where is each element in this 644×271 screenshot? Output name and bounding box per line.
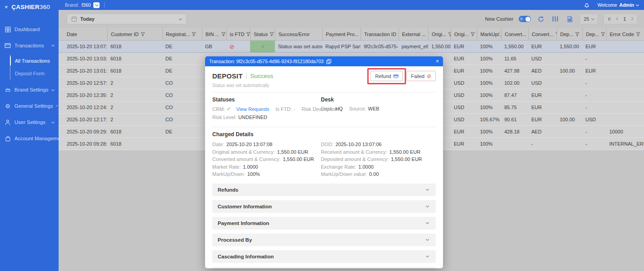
dashboard-grid-icon xyxy=(5,26,11,32)
column-header-error-code[interactable]: Error Code xyxy=(606,28,644,40)
accordion-customer-information[interactable]: Customer Information xyxy=(212,200,436,213)
date-filter-value: Today xyxy=(80,16,176,22)
is-ftd-label: Is FTD: xyxy=(276,106,292,112)
filter-funnel-icon[interactable] xyxy=(192,32,196,37)
user-menu[interactable]: Welcome Admin xyxy=(598,2,639,8)
risk-level-value: UNDEFINED xyxy=(238,115,267,120)
table-cell: 87.47 xyxy=(501,89,528,101)
column-header-success-error[interactable]: Success/Error xyxy=(275,28,322,40)
table-row[interactable]: 2025-10-20 13:07:086018DEGB⊘✓Status was … xyxy=(59,41,644,53)
chevron-down-icon xyxy=(95,3,98,6)
copy-icon[interactable] xyxy=(326,59,330,64)
table-cell xyxy=(557,138,582,150)
sidebar-item-user-settings[interactable]: User Settings xyxy=(0,114,59,130)
accordion-cascading-information[interactable]: Cascading Information xyxy=(212,250,436,263)
table-cell xyxy=(557,101,582,113)
table-cell: AED xyxy=(528,126,557,138)
chevron-down-icon xyxy=(426,238,429,241)
column-header-status[interactable]: Status xyxy=(250,28,275,40)
filter-funnel-icon[interactable] xyxy=(221,32,226,37)
refund-button[interactable]: Refund xyxy=(370,71,402,81)
column-header-transaction-id[interactable]: Transaction ID xyxy=(361,28,398,40)
column-header-payment-pro[interactable]: Payment Pro... xyxy=(322,28,361,40)
accordion-processed-by[interactable]: Processed By xyxy=(212,234,436,246)
detail-value: 2025-10-20 13:07:06 xyxy=(336,141,382,148)
prev-page-button[interactable] xyxy=(617,18,619,20)
date-filter-dropdown[interactable]: Today xyxy=(67,14,187,24)
pagination: 1 xyxy=(603,14,638,24)
accordion-payment-information[interactable]: Payment Information xyxy=(212,217,436,230)
column-header-external[interactable]: External ... xyxy=(398,28,428,40)
failed-button[interactable]: Failed ⊘ xyxy=(406,71,436,81)
table-cell: 102.00 xyxy=(501,77,528,89)
risk-level-label: Risk Level: xyxy=(212,115,237,120)
sidebar-item-deposit-form[interactable]: Deposit Form xyxy=(10,67,59,80)
close-icon[interactable]: × xyxy=(436,58,439,64)
sidebar-item-general-settings[interactable]: ⚙ General Settings xyxy=(0,98,59,114)
sidebar-item-account-management[interactable]: Account Management xyxy=(0,130,59,147)
table-cell: 2025-10-20 12:17:21 xyxy=(67,114,107,125)
table-cell: 100% xyxy=(477,65,501,77)
column-header-convert[interactable]: Convert... xyxy=(528,28,557,40)
modal-title: Transaction: 9f2c3c05-d575-4d96-9243-f91… xyxy=(209,59,324,64)
column-header-customer-id[interactable]: Customer ID xyxy=(107,28,162,40)
column-header-is-ftd[interactable]: is FTD xyxy=(226,28,250,40)
column-header-convert[interactable]: Convert... xyxy=(501,28,528,40)
page-size-dropdown[interactable]: 25 xyxy=(580,14,598,24)
table-cell: - xyxy=(528,138,557,150)
detail-value: 1,550.00 EUR xyxy=(391,156,422,163)
brand-value: f360 xyxy=(82,2,91,8)
sidebar-item-dashboard[interactable]: Dashboard xyxy=(0,21,59,37)
desk-label: Desk: xyxy=(321,106,333,111)
brand-label: Brand: xyxy=(65,2,79,8)
notifications-bell-icon[interactable] xyxy=(582,0,591,9)
calendar-icon xyxy=(72,17,77,22)
refresh-icon[interactable] xyxy=(536,14,545,23)
column-header-registrat[interactable]: Registrat... xyxy=(162,28,202,40)
table-toolbar: Today New Cashier 25 xyxy=(59,10,644,28)
transactions-submenu: All Transactions Deposit Form xyxy=(10,55,59,80)
table-cell: USD xyxy=(451,114,477,125)
sidebar-item-label: Dashboard xyxy=(14,27,54,32)
accordion-status-change-history[interactable]: Status Change History xyxy=(212,267,436,269)
column-header-dep[interactable]: Dep... xyxy=(582,28,606,40)
filter-funnel-icon[interactable] xyxy=(575,32,580,37)
filter-funnel-icon[interactable] xyxy=(601,32,605,37)
table-cell: DE xyxy=(162,126,202,138)
table-cell: INTERNAL_ERROR xyxy=(606,138,644,150)
table-cell: USD xyxy=(582,114,606,125)
columns-icon[interactable] xyxy=(551,14,560,23)
column-label: Status xyxy=(254,32,268,37)
table-cell: EUR xyxy=(451,138,477,150)
brand-dropdown[interactable] xyxy=(93,2,100,8)
detail-row: MarkUp/Down value:0.00 xyxy=(321,170,436,178)
filter-funnel-icon[interactable] xyxy=(269,32,274,37)
sidebar-item-label: General Settings xyxy=(14,103,53,109)
accordion-refunds[interactable]: Refunds xyxy=(212,184,436,196)
export-excel-icon[interactable] xyxy=(565,14,574,23)
filter-funnel-icon[interactable] xyxy=(141,32,145,37)
table-cell: 6018 xyxy=(107,65,162,77)
column-header-dep[interactable]: Dep... xyxy=(557,28,582,40)
filter-funnel-icon[interactable] xyxy=(470,32,475,37)
sidebar-collapse-icon[interactable]: × xyxy=(5,4,8,10)
first-page-button[interactable] xyxy=(608,18,612,21)
next-page-button[interactable] xyxy=(630,18,633,20)
sidebar-item-transactions[interactable]: Transactions xyxy=(0,37,59,54)
filter-funnel-icon[interactable] xyxy=(246,32,250,37)
column-header-date[interactable]: Date xyxy=(67,28,107,40)
column-header-markup[interactable]: MarkUp/... xyxy=(477,28,501,40)
app-logo: ÇASHIER360 xyxy=(12,4,50,10)
column-header-origi[interactable]: Origi... xyxy=(451,28,477,40)
new-cashier-toggle[interactable] xyxy=(519,16,531,22)
sidebar-item-all-transactions[interactable]: All Transactions xyxy=(10,55,59,67)
table-cell: 6018 xyxy=(107,138,162,150)
is-ftd-value: - xyxy=(294,106,296,112)
filter-funnel-icon[interactable] xyxy=(636,32,640,37)
column-header-bin[interactable]: BIN ... xyxy=(202,28,226,40)
sidebar-item-brand-settings[interactable]: Brand Settings xyxy=(0,82,59,98)
crown-icon xyxy=(5,87,11,93)
detail-label: Received amount & Currency: xyxy=(321,148,387,156)
column-header-origi[interactable]: Origi... xyxy=(428,28,451,40)
view-requests-link[interactable]: View Requests xyxy=(236,106,269,112)
